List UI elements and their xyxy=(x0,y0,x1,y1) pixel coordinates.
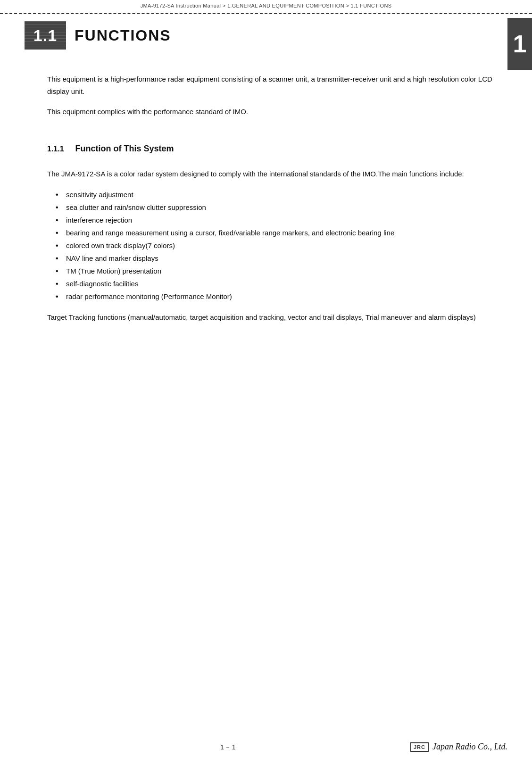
subsection-header: 1.1.1 Function of This System xyxy=(47,144,499,154)
closing-para: Target Tracking functions (manual/automa… xyxy=(47,311,499,324)
chapter-number: 1 xyxy=(513,30,527,58)
section-badge: 1.1 xyxy=(25,21,66,50)
breadcrumb: JMA-9172-SA Instruction Manual > 1.GENER… xyxy=(0,3,532,8)
page-footer: 1－1 JRC Japan Radio Co., Ltd. xyxy=(0,743,532,752)
list-item: radar performance monitoring (Performanc… xyxy=(56,290,499,303)
section-title: FUNCTIONS xyxy=(75,27,171,44)
list-item: interference rejection xyxy=(56,214,499,226)
section-header: 1.1 FUNCTIONS xyxy=(25,21,171,50)
main-content: This equipment is a high-performance rad… xyxy=(47,73,499,324)
list-item: bearing and range measurement using a cu… xyxy=(56,226,499,239)
list-item: NAV line and marker displays xyxy=(56,252,499,265)
subsection-title: Function of This System xyxy=(75,144,174,154)
list-item: sensitivity adjustment xyxy=(56,188,499,201)
subsection-1-1-1: 1.1.1 Function of This System The JMA-91… xyxy=(47,144,499,324)
intro-para-1: This equipment is a high-performance rad… xyxy=(47,73,499,97)
section-badge-text: 1.1 xyxy=(33,26,57,45)
breadcrumb-text: JMA-9172-SA Instruction Manual > 1.GENER… xyxy=(141,3,392,8)
intro-para-2: This equipment complies with the perform… xyxy=(47,106,499,118)
subsection-intro: The JMA-9172-SA is a color radar system … xyxy=(47,168,499,180)
company-name: Japan Radio Co., Ltd. xyxy=(432,742,507,752)
list-item: self-diagnostic facilities xyxy=(56,277,499,290)
jrc-label: JRC xyxy=(410,742,429,752)
page-number: 1－1 xyxy=(220,743,236,752)
subsection-body: The JMA-9172-SA is a color radar system … xyxy=(47,168,499,324)
list-item: colored own track display(7 colors) xyxy=(56,239,499,252)
chapter-tab: 1 xyxy=(507,18,532,70)
list-item: TM (True Motion) presentation xyxy=(56,265,499,277)
dashed-divider xyxy=(0,13,532,14)
subsection-number: 1.1.1 xyxy=(47,145,64,153)
list-item: sea clutter and rain/snow clutter suppre… xyxy=(56,201,499,214)
footer-logo: JRC Japan Radio Co., Ltd. xyxy=(410,742,507,752)
bullet-list: sensitivity adjustment sea clutter and r… xyxy=(56,188,499,303)
